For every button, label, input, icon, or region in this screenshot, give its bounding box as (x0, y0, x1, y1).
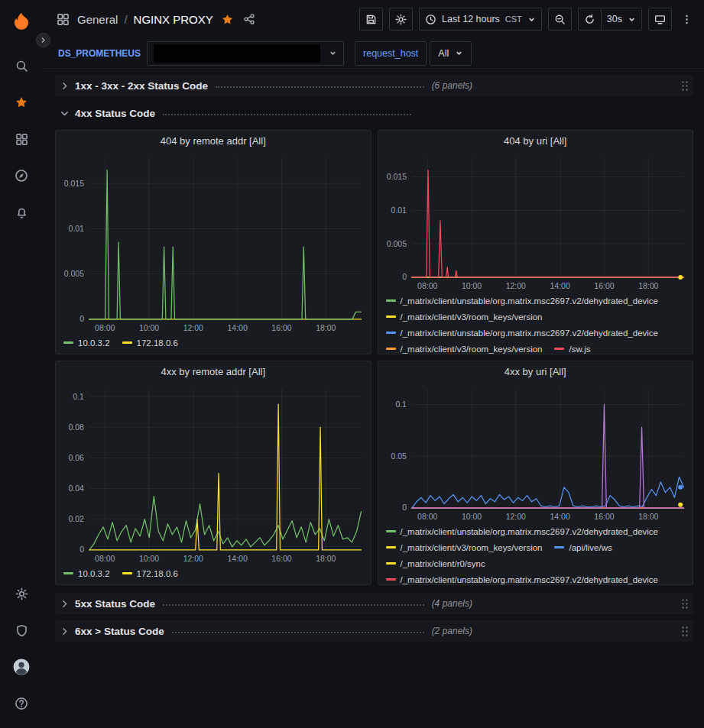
panel-header[interactable]: 404 by remote addr [All] (56, 131, 371, 150)
share-icon[interactable] (242, 11, 257, 27)
user-avatar[interactable] (3, 649, 40, 685)
legend-label: /_matrix/client/v3/room_keys/version (401, 345, 543, 354)
panel-title: 4xx by uri [All] (504, 366, 566, 377)
svg-text:0.015: 0.015 (64, 180, 84, 188)
legend-item[interactable]: 172.18.0.6 (122, 338, 178, 348)
legend-item[interactable]: /_matrix/client/r0/sync (386, 559, 485, 568)
breadcrumb-folder[interactable]: General (77, 13, 118, 26)
row-5xx[interactable]: 5xx Status Code (4 panels) (55, 593, 693, 614)
explore-compass-icon[interactable] (3, 157, 40, 194)
search-icon[interactable] (3, 47, 40, 84)
legend-label: 172.18.0.6 (137, 569, 178, 578)
legend-swatch (386, 562, 396, 565)
legend-item[interactable]: /_matrix/client/unstable/org.matrix.msc2… (386, 328, 659, 338)
help-icon[interactable] (3, 685, 40, 722)
datasource-variable-label[interactable]: DS_PROMETHEUS (55, 48, 144, 59)
legend-label: /sw.js (569, 345, 590, 354)
more-options-kebab-icon[interactable] (678, 8, 695, 31)
main-area: General / NGINX PROXY (43, 0, 704, 728)
zoom-out-button[interactable] (548, 8, 572, 31)
toolbar-actions: Last 12 hours CST (359, 8, 695, 31)
svg-text:0.04: 0.04 (69, 484, 85, 493)
refresh-group: 30s (578, 8, 642, 31)
legend-item[interactable]: /_matrix/client/unstable/org.matrix.msc2… (386, 296, 659, 306)
breadcrumb-separator: / (124, 13, 127, 26)
row-drag-handle[interactable] (681, 626, 689, 637)
request-host-select[interactable]: All (430, 41, 472, 66)
legend-item[interactable]: 172.18.0.6 (122, 569, 178, 578)
panel-chart[interactable]: 08:0010:0012:0014:0016:0018:0000.020.040… (56, 381, 371, 565)
chevron-down-icon (329, 49, 337, 57)
refresh-icon (584, 14, 595, 25)
legend-item[interactable]: /_matrix/client/unstable/org.matrix.msc2… (386, 527, 659, 536)
svg-text:0.02: 0.02 (69, 515, 85, 523)
panel-header[interactable]: 4xx by remote addr [All] (56, 361, 371, 381)
row-panel-count: (2 panels) (432, 626, 472, 636)
apps-grid-icon (55, 11, 71, 28)
settings-gear-icon[interactable] (3, 575, 40, 612)
row-1xx-3xx-2xx[interactable]: 1xx - 3xx - 2xx Status Code (6 panels) (55, 75, 693, 96)
svg-text:0.01: 0.01 (391, 206, 407, 215)
panel-legend: /_matrix/client/unstable/org.matrix.msc2… (378, 523, 693, 584)
row-dots-leader (163, 604, 424, 606)
svg-text:0.06: 0.06 (69, 454, 85, 462)
svg-text:12:00: 12:00 (183, 324, 203, 332)
legend-item[interactable]: /api/live/ws (554, 543, 612, 552)
legend-item[interactable]: /sw.js (554, 345, 590, 354)
legend-item[interactable]: 10.0.3.2 (63, 338, 110, 348)
panel-header[interactable]: 4xx by uri [All] (378, 361, 693, 381)
legend-swatch (63, 341, 73, 344)
panel-chart[interactable]: 08:0010:0012:0014:0016:0018:0000.0050.01… (378, 150, 693, 293)
legend-swatch (386, 315, 396, 318)
legend-swatch (386, 546, 396, 548)
save-dashboard-button[interactable] (359, 8, 383, 31)
starred-dashboards-icon[interactable] (3, 84, 40, 121)
refresh-interval-dropdown[interactable]: 30s (602, 8, 642, 31)
legend-label: 172.18.0.6 (137, 338, 178, 348)
row-header: 5xx Status Code (4 panels) (60, 598, 472, 610)
panel-header[interactable]: 404 by uri [All] (378, 131, 693, 150)
refresh-button[interactable] (578, 8, 602, 31)
gear-icon (395, 14, 407, 25)
svg-text:10:00: 10:00 (139, 555, 159, 563)
panel-title: 404 by remote addr [All] (161, 135, 266, 147)
legend-item[interactable]: 10.0.3.2 (63, 569, 110, 578)
datasource-select[interactable] (147, 41, 344, 66)
legend-swatch (386, 578, 396, 581)
datasource-variable: DS_PROMETHEUS (55, 41, 344, 66)
legend-item[interactable]: /_matrix/client/v3/room_keys/version (386, 312, 543, 322)
row-title: 1xx - 3xx - 2xx Status Code (75, 80, 208, 92)
svg-text:08:00: 08:00 (95, 324, 115, 332)
alerting-bell-icon[interactable] (3, 194, 40, 231)
server-admin-shield-icon[interactable] (3, 612, 40, 649)
row-header: 4xx Status Code (60, 108, 419, 119)
panel-chart[interactable]: 08:0010:0012:0014:0016:0018:0000.050.1 (378, 381, 693, 523)
row-drag-handle[interactable] (681, 80, 689, 92)
dashboard-toolbar: General / NGINX PROXY (43, 0, 704, 38)
dashboard-settings-button[interactable] (389, 8, 413, 31)
panel-title: 4xx by remote addr [All] (161, 366, 265, 377)
chevron-down-icon (60, 108, 75, 118)
legend-item[interactable]: /_matrix/client/v3/room_keys/version (386, 345, 543, 354)
cycle-view-mode-button[interactable] (648, 8, 672, 31)
row-drag-handle[interactable] (681, 598, 689, 610)
row-4xx[interactable]: 4xx Status Code (55, 102, 693, 124)
legend-item[interactable]: /_matrix/client/unstable/org.matrix.msc2… (386, 575, 659, 584)
sidebar-expand-button[interactable] (36, 33, 50, 47)
grafana-app: General / NGINX PROXY (0, 0, 704, 728)
favorite-star-icon[interactable] (219, 11, 235, 28)
legend-item[interactable]: /_matrix/client/v3/room_keys/version (386, 543, 543, 552)
svg-text:0.08: 0.08 (69, 423, 85, 432)
svg-text:16:00: 16:00 (271, 324, 291, 332)
svg-text:0.05: 0.05 (391, 452, 407, 461)
breadcrumb: General / NGINX PROXY (77, 13, 213, 26)
grafana-logo[interactable] (3, 5, 40, 38)
legend-row: /_matrix/client/v3/room_keys/version/api… (386, 539, 686, 555)
panel-legend: 10.0.3.2172.18.0.6 (56, 565, 371, 584)
chevron-right-icon (60, 599, 75, 609)
dashboards-icon[interactable] (3, 121, 40, 157)
row-6xx[interactable]: 6xx > Status Code (2 panels) (55, 620, 693, 642)
panel-chart[interactable]: 08:0010:0012:0014:0016:0018:0000.0050.01… (56, 150, 371, 335)
svg-text:14:00: 14:00 (228, 555, 248, 563)
time-range-picker[interactable]: Last 12 hours CST (419, 8, 542, 31)
